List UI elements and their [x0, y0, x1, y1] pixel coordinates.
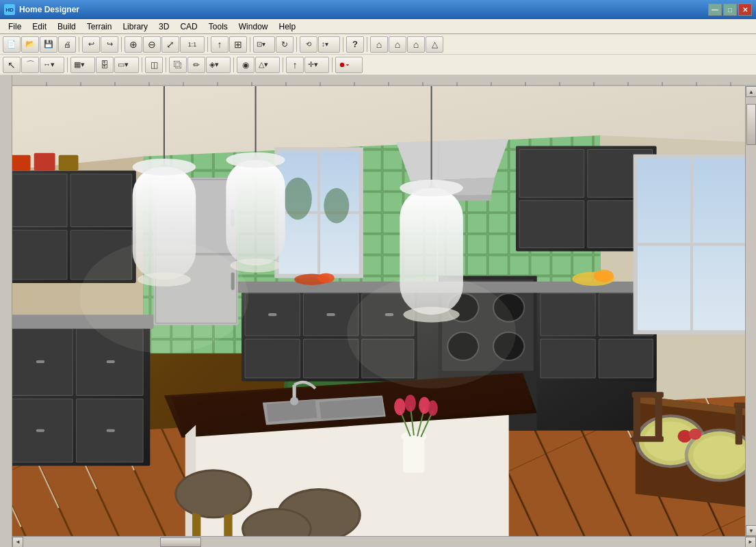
move-dropdown[interactable]: ✛▾ [304, 57, 329, 73]
rotate-button[interactable]: ↻ [276, 36, 294, 53]
house-front-btn[interactable]: ⌂ [389, 36, 406, 53]
left-ruler [0, 75, 12, 547]
save-button[interactable]: 💾 [40, 36, 57, 53]
scroll-left-button[interactable]: ◄ [12, 537, 23, 548]
svg-rect-99 [599, 339, 653, 378]
zoom-out-button[interactable]: ⊖ [143, 36, 161, 53]
arrange-dropdown[interactable]: ↕▾ [318, 36, 340, 53]
svg-rect-50 [12, 230, 67, 280]
scroll-track-h [23, 537, 745, 548]
svg-rect-115 [403, 438, 424, 472]
svg-rect-170 [735, 406, 742, 445]
view-dropdown[interactable]: ⊡▾ [253, 36, 275, 53]
minimize-button[interactable]: — [708, 3, 722, 16]
polyline-tool[interactable]: ⌒ [21, 57, 39, 73]
svg-rect-98 [540, 339, 595, 378]
scroll-thumb-v[interactable] [746, 104, 756, 145]
svg-point-64 [284, 178, 312, 220]
scroll-down-button[interactable]: ▼ [746, 525, 756, 536]
svg-point-78 [317, 273, 335, 282]
arrow-up-button[interactable]: ↑ [211, 36, 229, 53]
svg-rect-53 [34, 153, 55, 171]
measure-dropdown[interactable]: ↔▾ [40, 57, 64, 73]
svg-point-172 [80, 241, 249, 353]
svg-rect-49 [70, 174, 131, 227]
sep-t-5 [283, 57, 283, 72]
svg-rect-96 [540, 293, 595, 336]
menu-tools[interactable]: Tools [203, 21, 233, 33]
new-button[interactable]: 📄 [3, 36, 21, 53]
top-ruler [12, 75, 756, 86]
move-up-tool[interactable]: ↑ [286, 57, 304, 73]
house-back-btn[interactable]: ⌂ [407, 36, 425, 53]
app-icon: HD [4, 4, 15, 15]
separator-5 [296, 37, 297, 52]
svg-point-122 [405, 395, 416, 412]
house-exterior-btn[interactable]: ⌂ [370, 36, 388, 53]
menu-cad[interactable]: CAD [174, 21, 203, 33]
window-tool[interactable]: ◫ [145, 57, 163, 73]
svg-rect-73 [268, 313, 276, 316]
right-scrollbar: ▲ ▼ [745, 86, 756, 536]
title-bar: HD Home Designer — □ ✕ [0, 0, 756, 19]
menu-help[interactable]: Help [273, 21, 301, 33]
rec-dropdown[interactable]: ⏺▾ [335, 57, 363, 73]
svg-rect-166 [634, 395, 640, 438]
material-tool[interactable]: ◉ [237, 57, 255, 73]
paint-dropdown[interactable]: ◈▾ [206, 57, 231, 73]
cabinet-dropdown[interactable]: ▭▾ [114, 57, 139, 73]
menu-file[interactable]: File [3, 21, 27, 33]
svg-rect-168 [632, 436, 664, 442]
print-button[interactable]: 🖨 [58, 36, 76, 53]
sep-t-3 [166, 57, 166, 72]
svg-rect-45 [107, 429, 115, 432]
svg-rect-167 [655, 395, 662, 438]
kitchen-scene [12, 86, 745, 536]
scroll-up-button[interactable]: ▲ [746, 86, 756, 97]
svg-rect-70 [245, 339, 300, 378]
zoom-in-button[interactable]: ⊕ [125, 36, 142, 53]
fill-window-button[interactable]: ⤢ [161, 36, 179, 53]
sep-t-4 [233, 57, 234, 72]
canvas-area[interactable] [12, 86, 745, 536]
paint-tool[interactable]: ✏ [187, 57, 205, 73]
separator-3 [207, 37, 208, 52]
separator-4 [250, 37, 250, 52]
material-dropdown[interactable]: △▾ [255, 57, 280, 73]
undo-button[interactable]: ↩ [82, 36, 100, 53]
toolbar-main: 📄 📂 💾 🖨 ↩ ↪ ⊕ ⊖ ⤢ 1:1 ↑ ⊞ ⊡▾ ↻ ⟲ ↕▾ ? ⌂ … [0, 34, 756, 55]
close-button[interactable]: ✕ [738, 3, 752, 16]
zoom-real-button[interactable]: 1:1 [180, 36, 205, 53]
sync-button[interactable]: ⟲ [300, 36, 317, 53]
help-button[interactable]: ? [346, 36, 364, 53]
fill-dropdown[interactable]: ▦▾ [70, 57, 95, 73]
svg-rect-42 [36, 360, 44, 363]
select-tool[interactable]: ↖ [3, 57, 21, 73]
cabinet-tool[interactable]: 🗄 [96, 57, 114, 73]
menu-edit[interactable]: Edit [27, 21, 52, 33]
svg-point-114 [290, 397, 298, 405]
zoom-area-button[interactable]: ⊞ [229, 36, 247, 53]
house-roof-btn[interactable]: △ [426, 36, 443, 53]
menu-build[interactable]: Build [52, 21, 81, 33]
menu-bar: File Edit Build Terrain Library 3D CAD T… [0, 19, 756, 34]
scroll-right-button[interactable]: ► [745, 537, 756, 548]
sep-t-6 [332, 57, 333, 72]
scroll-thumb-h[interactable] [160, 537, 201, 547]
open-button[interactable]: 📂 [21, 36, 39, 53]
maximize-button[interactable]: □ [723, 3, 737, 16]
menu-window[interactable]: Window [233, 21, 274, 33]
redo-button[interactable]: ↪ [101, 36, 118, 53]
svg-point-148 [226, 152, 285, 168]
svg-rect-74 [326, 313, 335, 316]
svg-point-173 [347, 276, 516, 389]
svg-rect-48 [12, 174, 67, 227]
menu-3d[interactable]: 3D [153, 21, 174, 33]
menu-library[interactable]: Library [117, 21, 153, 33]
scroll-track-v [746, 97, 756, 525]
svg-point-164 [689, 429, 702, 440]
svg-point-130 [177, 471, 250, 516]
svg-rect-54 [59, 155, 79, 171]
menu-terrain[interactable]: Terrain [81, 21, 118, 33]
copy-tool[interactable]: ⿻ [169, 57, 187, 73]
